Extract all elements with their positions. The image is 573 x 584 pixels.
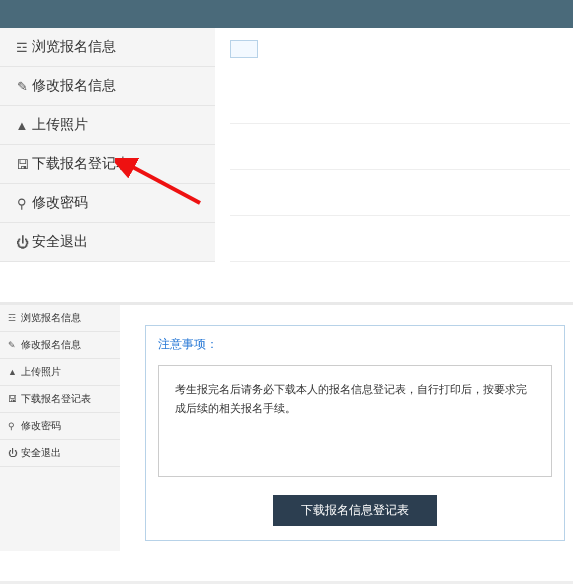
sidebar-item-browse[interactable]: ☲ 浏览报名信息 xyxy=(0,28,215,67)
sidebar-item-edit[interactable]: ✎ 修改报名信息 xyxy=(0,67,215,106)
sidebar-item-download[interactable]: 🖫 下载报名登记表 xyxy=(0,145,215,184)
image-icon: ▲ xyxy=(14,118,30,133)
sidebar-item-label: 修改报名信息 xyxy=(32,77,116,95)
blank-row xyxy=(230,170,570,216)
sidebar-item-label: 修改密码 xyxy=(21,419,61,433)
panel-title: 注意事项： xyxy=(158,336,552,353)
header-bar xyxy=(0,0,573,28)
list-icon: ☲ xyxy=(14,40,30,55)
sidebar-item-logout[interactable]: ⏻ 安全退出 xyxy=(0,440,120,467)
sidebar-item-label: 下载报名登记表 xyxy=(32,155,130,173)
sidebar-item-label: 上传照片 xyxy=(21,365,61,379)
sidebar-item-label: 修改密码 xyxy=(32,194,88,212)
download-button[interactable]: 下载报名信息登记表 xyxy=(273,495,437,526)
power-icon: ⏻ xyxy=(8,448,20,458)
notice-text: 考生报完名后请务必下载本人的报名信息登记表，自行打印后，按要求完成后续的相关报名… xyxy=(158,365,552,477)
small-info-box xyxy=(230,40,258,58)
sidebar-item-download[interactable]: 🖫 下载报名登记表 xyxy=(0,386,120,413)
sidebar-small: ☲ 浏览报名信息 ✎ 修改报名信息 ▲ 上传照片 🖫 下载报名登记表 ⚲ 修改密… xyxy=(0,305,120,551)
key-icon: ⚲ xyxy=(14,196,30,211)
sidebar-item-upload[interactable]: ▲ 上传照片 xyxy=(0,106,215,145)
blank-row xyxy=(230,124,570,170)
edit-icon: ✎ xyxy=(8,340,20,350)
sidebar-item-browse[interactable]: ☲ 浏览报名信息 xyxy=(0,305,120,332)
notice-panel: 注意事项： 考生报完名后请务必下载本人的报名信息登记表，自行打印后，按要求完成后… xyxy=(145,325,565,541)
sidebar-item-password[interactable]: ⚲ 修改密码 xyxy=(0,413,120,440)
sidebar-item-label: 下载报名登记表 xyxy=(21,392,91,406)
sidebar-item-password[interactable]: ⚲ 修改密码 xyxy=(0,184,215,223)
sidebar-item-label: 上传照片 xyxy=(32,116,88,134)
sidebar-item-label: 修改报名信息 xyxy=(21,338,81,352)
save-icon: 🖫 xyxy=(8,394,20,404)
content-area xyxy=(230,40,570,262)
sidebar-item-label: 安全退出 xyxy=(21,446,61,460)
blank-row xyxy=(230,78,570,124)
edit-icon: ✎ xyxy=(14,79,30,94)
image-icon: ▲ xyxy=(8,367,20,377)
sidebar-item-logout[interactable]: ⏻ 安全退出 xyxy=(0,223,215,262)
key-icon: ⚲ xyxy=(8,421,20,431)
sidebar-item-upload[interactable]: ▲ 上传照片 xyxy=(0,359,120,386)
sidebar-item-edit[interactable]: ✎ 修改报名信息 xyxy=(0,332,120,359)
sidebar: ☲ 浏览报名信息 ✎ 修改报名信息 ▲ 上传照片 🖫 下载报名登记表 ⚲ 修改密… xyxy=(0,28,215,262)
sidebar-item-label: 浏览报名信息 xyxy=(32,38,116,56)
sidebar-item-label: 安全退出 xyxy=(32,233,88,251)
list-icon: ☲ xyxy=(8,313,20,323)
save-icon: 🖫 xyxy=(14,157,30,172)
power-icon: ⏻ xyxy=(14,235,30,250)
sidebar-item-label: 浏览报名信息 xyxy=(21,311,81,325)
blank-row xyxy=(230,216,570,262)
